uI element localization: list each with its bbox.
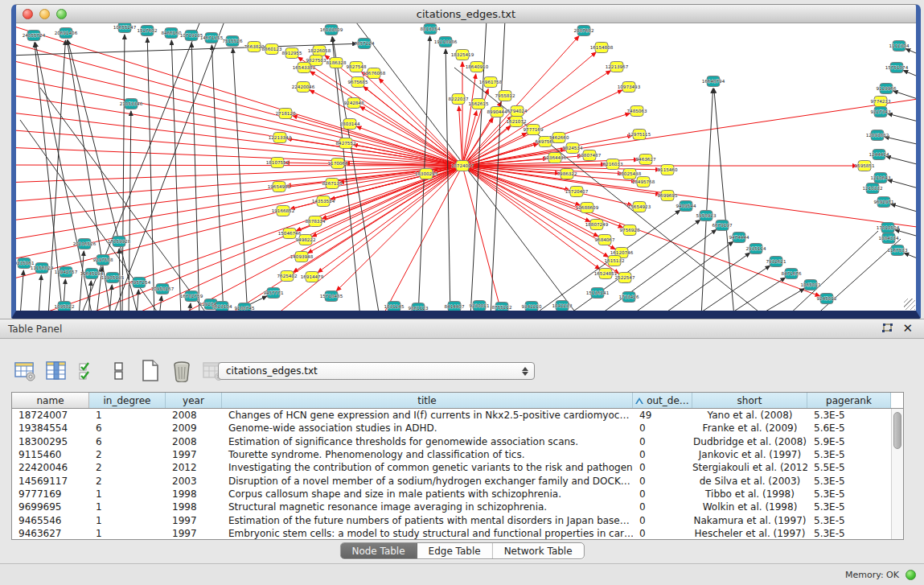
- column-header-name[interactable]: name: [12, 393, 89, 408]
- graph-edge[interactable]: [446, 49, 450, 311]
- float-panel-icon[interactable]: [881, 323, 893, 334]
- graph-edge[interactable]: [109, 285, 112, 311]
- graph-edge[interactable]: [714, 89, 734, 311]
- graph-node[interactable]: 9342210: [522, 302, 542, 311]
- column-header-out-degree[interactable]: out_de…: [633, 393, 692, 408]
- table-cell[interactable]: 9115460: [12, 449, 89, 460]
- graph-node[interactable]: 8990444: [487, 107, 507, 117]
- graph-node[interactable]: 1621072: [507, 117, 527, 127]
- table-cell[interactable]: 5.3E-5: [807, 488, 891, 500]
- table-cell[interactable]: 2: [89, 476, 166, 487]
- table-cell[interactable]: 1997: [166, 528, 222, 539]
- table-selector-dropdown[interactable]: citations_edges.txt: [218, 362, 535, 380]
- table-panel-header[interactable]: Table Panel ✕: [0, 319, 924, 339]
- table-row[interactable]: 2242004622012Investigating the contribut…: [12, 461, 903, 474]
- column-header-pagerank[interactable]: pagerank: [807, 393, 891, 408]
- graph-edge[interactable]: [886, 156, 916, 164]
- graph-node[interactable]: 8414407: [445, 302, 465, 311]
- table-cell[interactable]: 14569117: [12, 476, 89, 487]
- graph-node[interactable]: 15654923: [628, 202, 651, 212]
- table-cell[interactable]: 1998: [166, 488, 222, 500]
- close-window-icon[interactable]: [23, 9, 33, 19]
- graph-edge[interactable]: [904, 253, 916, 261]
- graph-node[interactable]: 9297588: [93, 255, 113, 266]
- graph-node[interactable]: 9463627: [636, 154, 656, 165]
- graph-node[interactable]: 8222037: [449, 94, 469, 105]
- graph-node[interactable]: 1527602: [138, 26, 158, 36]
- table-cell[interactable]: 5.6E-5: [807, 422, 891, 434]
- table-row[interactable]: 946554611997Estimation of the future num…: [12, 513, 903, 526]
- table-cell[interactable]: 0: [633, 476, 692, 487]
- table-cell[interactable]: Franke et al. (2009): [692, 422, 807, 434]
- graph-node[interactable]: 12213967: [606, 62, 629, 72]
- show-columns-icon[interactable]: [44, 359, 68, 383]
- scrollbar-thumb[interactable]: [893, 412, 901, 449]
- new-file-icon[interactable]: [138, 359, 162, 383]
- graph-edge[interactable]: [725, 278, 785, 311]
- table-cell[interactable]: Hescheler et al. (1997): [692, 528, 807, 539]
- graph-node[interactable]: 1733426: [619, 292, 639, 303]
- table-cell[interactable]: de Silva et al. (2003): [692, 476, 807, 487]
- graph-node[interactable]: 10364436: [544, 153, 567, 163]
- graph-node[interactable]: 9774233: [871, 97, 891, 107]
- graph-edge[interactable]: [891, 204, 916, 212]
- graph-node[interactable]: 1042233: [552, 301, 573, 311]
- graph-node[interactable]: 14093948: [290, 252, 314, 262]
- table-cell[interactable]: Investigating the contribution of common…: [222, 462, 633, 473]
- table-row[interactable]: 946362711997Embryonic stem cells: a mode…: [12, 527, 903, 540]
- graph-node[interactable]: 1031245: [384, 302, 405, 311]
- table-cell[interactable]: 9699695: [12, 501, 89, 513]
- table-cell[interactable]: 22420046: [12, 462, 89, 473]
- window-titlebar[interactable]: citations_edges.txt: [16, 5, 916, 23]
- table-cell[interactable]: Structural magnetic resonance image aver…: [222, 501, 633, 513]
- graph-node[interactable]: 7485063: [627, 106, 647, 117]
- tab-edge-table[interactable]: Edge Table: [417, 543, 493, 558]
- table-cell[interactable]: 0: [633, 462, 692, 473]
- graph-node[interactable]: 22420046: [292, 82, 315, 93]
- table-cell[interactable]: 1: [89, 488, 166, 500]
- graph-node[interactable]: 9861123: [409, 303, 429, 311]
- graph-node[interactable]: 8466160: [162, 28, 182, 39]
- table-cell[interactable]: 49: [633, 410, 692, 421]
- graph-node[interactable]: 9230011: [470, 301, 490, 311]
- graph-node[interactable]: 23676068: [363, 68, 386, 79]
- table-cell[interactable]: 2008: [166, 436, 222, 447]
- table-cell[interactable]: Dudbridge et al. (2008): [692, 436, 807, 447]
- graph-node[interactable]: 9227343: [871, 107, 891, 117]
- graph-edge[interactable]: [888, 113, 916, 122]
- graph-node[interactable]: 14353534: [312, 196, 335, 207]
- table-cell[interactable]: 9465546: [12, 515, 89, 526]
- graph-node[interactable]: 1167533: [888, 245, 908, 256]
- graph-edge[interactable]: [462, 166, 916, 229]
- panel-split-icon[interactable]: [107, 359, 131, 383]
- table-cell[interactable]: 5.3E-5: [807, 515, 891, 526]
- graph-node[interactable]: 18325419: [451, 50, 474, 60]
- graph-node[interactable]: 1210643: [871, 173, 891, 183]
- table-cell[interactable]: Embryonic stem cells: a model to study s…: [222, 528, 633, 539]
- table-cell[interactable]: Corpus callosum shape and size in male p…: [222, 488, 633, 500]
- graph-node[interactable]: 19654985: [268, 182, 291, 192]
- graph-node[interactable]: 1210332: [863, 183, 883, 194]
- graph-node[interactable]: 15718485: [320, 291, 343, 302]
- graph-node[interactable]: 12093832: [866, 130, 889, 141]
- graph-node[interactable]: 24055724: [23, 31, 46, 41]
- graph-node[interactable]: 19166852: [272, 206, 294, 216]
- graph-edge[interactable]: [137, 290, 138, 311]
- graph-edge[interactable]: [459, 106, 462, 166]
- table-cell[interactable]: 0: [633, 501, 692, 513]
- table-cell[interactable]: Wolkin et al. (1998): [692, 501, 807, 513]
- graph-node[interactable]: 17359928: [108, 237, 131, 247]
- graph-node[interactable]: 10688609: [576, 203, 599, 213]
- graph-edge[interactable]: [147, 38, 154, 311]
- table-options-icon[interactable]: [13, 359, 37, 383]
- graph-node[interactable]: 7955812: [495, 91, 515, 101]
- table-row[interactable]: 1938455462009Genome-wide association stu…: [12, 422, 903, 435]
- table-cell[interactable]: 0: [633, 488, 692, 500]
- graph-edge[interactable]: [211, 45, 224, 311]
- column-header-short[interactable]: short: [692, 393, 807, 408]
- graph-edge[interactable]: [232, 48, 248, 311]
- table-cell[interactable]: 9463627: [12, 528, 89, 539]
- column-header-in-degree[interactable]: in_degree: [89, 393, 166, 408]
- table-cell[interactable]: 6: [89, 422, 166, 434]
- table-cell[interactable]: Stergiakouli et al. (2012): [692, 462, 807, 473]
